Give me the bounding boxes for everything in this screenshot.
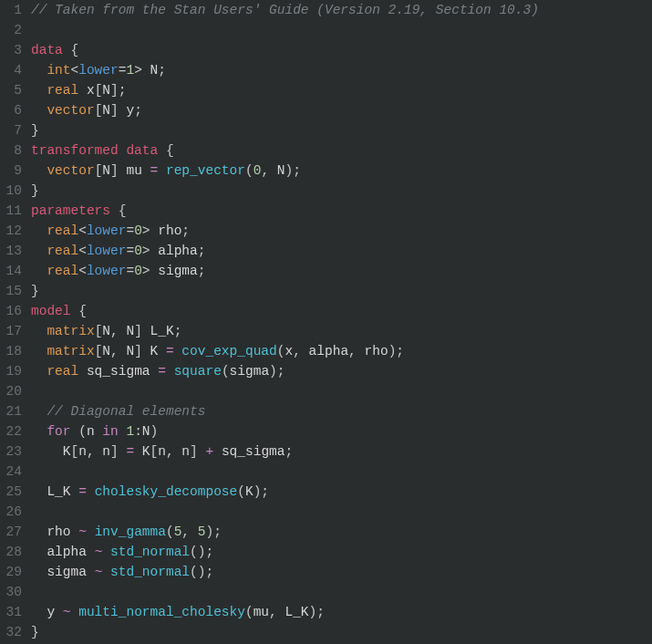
token-func: rep_vector: [166, 163, 245, 178]
token-punct: >: [142, 264, 158, 278]
token-kw-type: real: [47, 364, 78, 379]
line-number: 6: [0, 100, 22, 120]
token-punct: =: [126, 244, 134, 258]
code-line[interactable]: // Taken from the Stan Users' Guide (Ver…: [31, 0, 652, 20]
token-punct: [78, 83, 87, 98]
code-line[interactable]: K[n, n] = K[n, n] + sq_sigma;: [31, 441, 652, 462]
code-line[interactable]: model {: [31, 301, 652, 321]
token-punct: (: [71, 424, 87, 439]
line-number: 23: [0, 441, 22, 462]
token-punct: [31, 163, 47, 178]
token-punct: ;: [285, 444, 294, 459]
token-ident: n: [181, 444, 190, 459]
code-line[interactable]: y ~ multi_normal_cholesky(mu, L_K);: [31, 602, 652, 622]
token-punct: [31, 103, 47, 118]
code-line[interactable]: vector[N] y;: [31, 100, 652, 120]
line-number: 24: [0, 462, 22, 482]
token-punct: [71, 605, 79, 619]
code-line[interactable]: real<lower=0> sigma;: [31, 261, 652, 281]
token-ident: x: [87, 83, 95, 98]
token-punct: [31, 244, 47, 258]
token-punct: <: [71, 63, 79, 78]
token-punct: ,: [293, 344, 308, 358]
code-line[interactable]: [31, 462, 652, 482]
token-eq: =: [150, 163, 159, 178]
code-line[interactable]: transformed data {: [31, 140, 652, 161]
token-kw-op: ~: [63, 605, 71, 619]
token-punct: [87, 565, 95, 579]
code-line[interactable]: matrix[N, N] L_K;: [31, 321, 652, 341]
token-punct: [31, 404, 47, 419]
code-line[interactable]: matrix[N, N] K = cov_exp_quad(x, alpha, …: [31, 341, 652, 361]
token-kw-type: vector: [47, 163, 94, 178]
token-ident: K: [142, 444, 150, 459]
token-punct: [: [71, 444, 79, 459]
code-line[interactable]: [31, 20, 652, 40]
code-line[interactable]: int<lower=1> N;: [31, 60, 652, 80]
token-kw-ctrl: in: [102, 424, 118, 439]
code-line[interactable]: [31, 582, 652, 602]
code-line[interactable]: [31, 502, 652, 522]
token-punct: ;: [181, 223, 190, 238]
token-punct: [31, 545, 47, 559]
token-punct: [31, 324, 47, 338]
token-ident: alpha: [47, 545, 87, 559]
code-line[interactable]: }: [31, 281, 652, 301]
token-punct: ];: [110, 83, 126, 98]
code-line[interactable]: real<lower=0> alpha;: [31, 241, 652, 261]
code-line[interactable]: data {: [31, 40, 652, 60]
line-number: 26: [0, 502, 22, 522]
token-punct: [102, 545, 110, 559]
token-punct: [31, 484, 47, 499]
token-num: 0: [134, 264, 142, 278]
token-num: 1: [126, 424, 134, 439]
token-ident: mu: [126, 163, 141, 178]
token-punct: [142, 163, 150, 178]
token-ident: L_K: [285, 605, 308, 619]
line-number: 15: [0, 281, 22, 301]
token-punct: ,: [110, 344, 126, 358]
code-editor-content[interactable]: // Taken from the Stan Users' Guide (Ver…: [31, 0, 652, 644]
code-line[interactable]: L_K = cholesky_decompose(K);: [31, 482, 652, 502]
token-func: cholesky_decompose: [95, 484, 238, 499]
code-line[interactable]: real<lower=0> rho;: [31, 221, 652, 241]
code-line[interactable]: real sq_sigma = square(sigma);: [31, 361, 652, 381]
code-line[interactable]: }: [31, 181, 652, 201]
code-line[interactable]: // Diagonal elements: [31, 401, 652, 421]
token-ident: N: [126, 344, 134, 358]
line-number: 10: [0, 181, 22, 201]
code-line[interactable]: for (n in 1:N): [31, 421, 652, 441]
token-ident: n: [87, 424, 95, 439]
token-ident: y: [126, 103, 134, 118]
token-ident: x: [285, 344, 293, 358]
code-line[interactable]: }: [31, 120, 652, 140]
code-line[interactable]: parameters {: [31, 201, 652, 221]
token-punct: ;: [174, 324, 182, 338]
token-ident: rho: [158, 223, 181, 238]
code-line[interactable]: sigma ~ std_normal();: [31, 562, 652, 582]
code-line[interactable]: }: [31, 622, 652, 642]
code-line[interactable]: rho ~ inv_gamma(5, 5);: [31, 522, 652, 542]
code-line[interactable]: [31, 381, 652, 401]
token-ident: n: [158, 444, 166, 459]
token-punct: ,: [110, 324, 126, 338]
line-number: 29: [0, 562, 22, 582]
token-punct: [87, 525, 95, 539]
token-ident: sigma: [230, 364, 270, 379]
token-ident: K: [63, 444, 71, 459]
code-line[interactable]: vector[N] mu = rep_vector(0, N);: [31, 161, 652, 181]
token-eq: =: [158, 364, 166, 379]
token-punct: ;: [158, 63, 166, 78]
token-punct: ): [150, 424, 159, 439]
code-line[interactable]: real x[N];: [31, 80, 652, 100]
code-line[interactable]: alpha ~ std_normal();: [31, 542, 652, 562]
token-punct: [31, 223, 47, 238]
token-punct: (: [237, 484, 245, 499]
token-ident: N: [102, 103, 110, 118]
line-number: 3: [0, 40, 22, 60]
token-punct: >: [142, 244, 158, 258]
token-ident: N: [102, 163, 110, 178]
token-func: inv_gamma: [95, 525, 166, 539]
token-func: std_normal: [110, 565, 190, 579]
token-punct: >: [134, 63, 150, 78]
